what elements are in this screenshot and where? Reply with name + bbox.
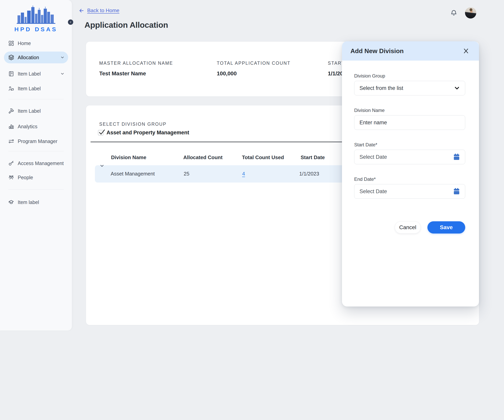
field-label: End Date* bbox=[354, 177, 465, 182]
sidebar-item-analytics[interactable]: Analytics bbox=[4, 121, 68, 132]
division-group-select[interactable]: Select from the list bbox=[354, 81, 465, 95]
users-icon bbox=[8, 174, 14, 180]
division-name-field-group: Division Name bbox=[354, 108, 465, 130]
panel-actions: Cancel Save bbox=[342, 221, 465, 234]
page-title: Application Allocation bbox=[84, 20, 168, 30]
summary-label: MASTER ALLOCATION NAME bbox=[99, 61, 173, 66]
back-to-home-link[interactable]: Back to Home bbox=[78, 7, 119, 14]
chevron-down-icon bbox=[60, 55, 65, 60]
sidebar-item-program-manager[interactable]: Program Manager bbox=[4, 135, 68, 147]
brand-name: HPD DSAS bbox=[0, 26, 72, 33]
save-button[interactable]: Save bbox=[427, 221, 465, 234]
start-date-field[interactable]: Select Date bbox=[354, 150, 465, 164]
key-icon bbox=[8, 160, 14, 166]
dashboard-icon bbox=[8, 40, 14, 46]
panel-header: Add New Division bbox=[342, 41, 479, 61]
sidebar-divider bbox=[8, 99, 64, 99]
sidebar-item-home[interactable]: Home bbox=[4, 37, 68, 49]
sidebar-item-label-1[interactable]: Item Label bbox=[4, 68, 68, 80]
division-name-field bbox=[354, 115, 465, 130]
checkmark-icon bbox=[98, 129, 105, 136]
division-group-checkbox[interactable] bbox=[98, 130, 103, 135]
sidebar-item-label: Item Label bbox=[18, 71, 41, 77]
sidebar-divider bbox=[8, 189, 64, 189]
field-label: Division Group bbox=[354, 73, 465, 79]
sidebar-item-label: Item Label bbox=[18, 86, 41, 91]
column-header-division-name: Division Name bbox=[111, 154, 146, 160]
add-new-division-panel: Add New Division Division Group Select f… bbox=[342, 41, 479, 307]
sidebar-item-label: Access Management bbox=[18, 160, 64, 166]
notification-bell-icon[interactable] bbox=[450, 9, 457, 16]
panel-close-button[interactable] bbox=[462, 47, 469, 54]
chevron-down-icon bbox=[454, 85, 460, 91]
summary-label: TOTAL APPLICATION COUNT bbox=[217, 61, 291, 66]
section-label: SELECT DIVISION GROUP bbox=[99, 122, 167, 127]
column-header-start-date: Start Date bbox=[301, 154, 325, 160]
brand: HPD DSAS bbox=[0, 0, 72, 33]
panel-body: Division Group Select from the list Divi… bbox=[342, 61, 479, 199]
column-header-allocated-count: Allocated Count bbox=[183, 154, 222, 160]
division-group-field-group: Division Group Select from the list bbox=[354, 73, 465, 95]
field-label: Division Name bbox=[354, 108, 465, 113]
close-icon bbox=[462, 47, 469, 54]
sidebar: HPD DSAS Home Allocation Item Label bbox=[0, 0, 72, 331]
sidebar-item-allocation[interactable]: Allocation bbox=[4, 52, 68, 63]
skyline-logo-icon bbox=[16, 5, 56, 24]
column-header-total-count-used: Total Count Used bbox=[242, 154, 284, 160]
sidebar-item-label-4[interactable]: Item label bbox=[4, 196, 68, 208]
user-screen-icon bbox=[8, 86, 14, 91]
cancel-button[interactable]: Cancel bbox=[395, 221, 421, 234]
sidebar-item-access-management[interactable]: Access Management bbox=[4, 157, 68, 169]
date-placeholder: Select Date bbox=[360, 154, 453, 160]
sidebar-item-people[interactable]: People bbox=[4, 172, 68, 183]
sidebar-item-label: Analytics bbox=[18, 124, 37, 130]
panel-title: Add New Division bbox=[350, 47, 462, 55]
sidebar-item-label: Home bbox=[18, 41, 31, 46]
sidebar-item-label: Item Label bbox=[18, 108, 41, 114]
date-placeholder: Select Date bbox=[360, 189, 453, 195]
hammer-icon bbox=[8, 108, 14, 114]
notebook-icon bbox=[8, 71, 14, 77]
end-date-field-group: End Date* Select Date bbox=[354, 177, 465, 199]
sidebar-item-label: Allocation bbox=[18, 55, 39, 60]
start-date-field-group: Start Date* Select Date bbox=[354, 142, 465, 164]
calendar-icon[interactable] bbox=[453, 153, 460, 161]
sidebar-item-label-3[interactable]: Item Label bbox=[4, 105, 68, 117]
sidebar-item-label: People bbox=[18, 175, 33, 180]
chevron-down-icon bbox=[60, 72, 65, 76]
sidebar-item-label: Item label bbox=[18, 200, 39, 205]
select-placeholder: Select from the list bbox=[360, 85, 454, 91]
cell-total-count-used-link[interactable]: 4 bbox=[242, 171, 245, 177]
chevron-left-icon bbox=[69, 21, 72, 24]
summary-value: Test Master Name bbox=[99, 71, 146, 77]
arrow-left-icon bbox=[78, 8, 84, 14]
graduation-cap-icon bbox=[8, 199, 14, 205]
user-avatar[interactable] bbox=[465, 7, 476, 18]
sidebar-item-label: Program Manager bbox=[18, 138, 57, 144]
sidebar-item-label-2[interactable]: Item Label bbox=[4, 83, 68, 95]
layers-icon bbox=[8, 54, 14, 60]
sliders-icon bbox=[8, 138, 14, 144]
field-label: Start Date* bbox=[354, 142, 465, 148]
division-group-label: Asset and Property Management bbox=[107, 130, 189, 136]
division-name-input[interactable] bbox=[360, 120, 460, 126]
end-date-field[interactable]: Select Date bbox=[354, 184, 465, 199]
back-link-label: Back to Home bbox=[87, 7, 119, 14]
division-group-checkbox-row: Asset and Property Management bbox=[98, 130, 189, 136]
sidebar-divider bbox=[8, 151, 64, 151]
summary-value: 100,000 bbox=[217, 71, 237, 77]
calendar-icon[interactable] bbox=[453, 188, 460, 195]
row-expand-chevron-icon[interactable] bbox=[99, 163, 105, 168]
sidebar-collapse-button[interactable] bbox=[68, 19, 73, 25]
bar-chart-icon bbox=[8, 124, 14, 130]
